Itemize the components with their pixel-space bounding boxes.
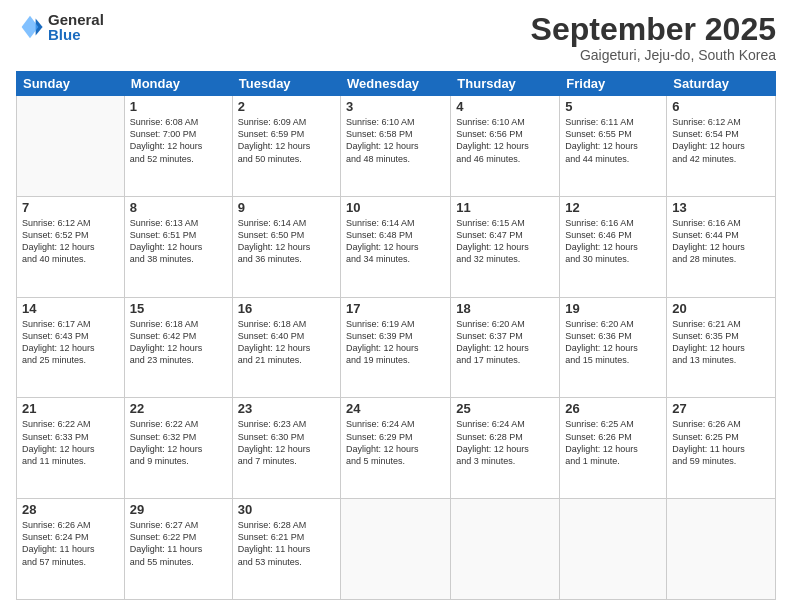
day-number: 25 [456,401,554,416]
calendar-cell: 11Sunrise: 6:15 AM Sunset: 6:47 PM Dayli… [451,196,560,297]
calendar-cell: 17Sunrise: 6:19 AM Sunset: 6:39 PM Dayli… [341,297,451,398]
day-number: 24 [346,401,445,416]
cell-info: Sunrise: 6:24 AM Sunset: 6:29 PM Dayligh… [346,418,445,467]
subtitle: Gaigeturi, Jeju-do, South Korea [531,47,776,63]
header: General Blue September 2025 Gaigeturi, J… [16,12,776,63]
logo-text: General Blue [48,12,104,42]
day-number: 8 [130,200,227,215]
calendar-cell: 9Sunrise: 6:14 AM Sunset: 6:50 PM Daylig… [232,196,340,297]
day-number: 7 [22,200,119,215]
calendar-cell: 21Sunrise: 6:22 AM Sunset: 6:33 PM Dayli… [17,398,125,499]
day-number: 10 [346,200,445,215]
cell-info: Sunrise: 6:10 AM Sunset: 6:56 PM Dayligh… [456,116,554,165]
cell-info: Sunrise: 6:09 AM Sunset: 6:59 PM Dayligh… [238,116,335,165]
calendar-cell [17,96,125,197]
calendar-cell: 28Sunrise: 6:26 AM Sunset: 6:24 PM Dayli… [17,499,125,600]
calendar-cell: 18Sunrise: 6:20 AM Sunset: 6:37 PM Dayli… [451,297,560,398]
calendar-week-2: 7Sunrise: 6:12 AM Sunset: 6:52 PM Daylig… [17,196,776,297]
calendar-header-wednesday: Wednesday [341,72,451,96]
day-number: 22 [130,401,227,416]
cell-info: Sunrise: 6:23 AM Sunset: 6:30 PM Dayligh… [238,418,335,467]
day-number: 29 [130,502,227,517]
cell-info: Sunrise: 6:10 AM Sunset: 6:58 PM Dayligh… [346,116,445,165]
page: General Blue September 2025 Gaigeturi, J… [0,0,792,612]
day-number: 15 [130,301,227,316]
calendar-cell: 15Sunrise: 6:18 AM Sunset: 6:42 PM Dayli… [124,297,232,398]
logo-general: General [48,12,104,27]
calendar-cell: 1Sunrise: 6:08 AM Sunset: 7:00 PM Daylig… [124,96,232,197]
day-number: 20 [672,301,770,316]
calendar-header-tuesday: Tuesday [232,72,340,96]
day-number: 11 [456,200,554,215]
calendar-cell: 3Sunrise: 6:10 AM Sunset: 6:58 PM Daylig… [341,96,451,197]
logo: General Blue [16,12,104,42]
calendar-header-friday: Friday [560,72,667,96]
day-number: 6 [672,99,770,114]
calendar-week-5: 28Sunrise: 6:26 AM Sunset: 6:24 PM Dayli… [17,499,776,600]
day-number: 14 [22,301,119,316]
day-number: 1 [130,99,227,114]
calendar-cell: 5Sunrise: 6:11 AM Sunset: 6:55 PM Daylig… [560,96,667,197]
calendar-week-1: 1Sunrise: 6:08 AM Sunset: 7:00 PM Daylig… [17,96,776,197]
calendar-week-3: 14Sunrise: 6:17 AM Sunset: 6:43 PM Dayli… [17,297,776,398]
day-number: 9 [238,200,335,215]
calendar-header-sunday: Sunday [17,72,125,96]
calendar-cell: 14Sunrise: 6:17 AM Sunset: 6:43 PM Dayli… [17,297,125,398]
calendar-cell: 22Sunrise: 6:22 AM Sunset: 6:32 PM Dayli… [124,398,232,499]
cell-info: Sunrise: 6:13 AM Sunset: 6:51 PM Dayligh… [130,217,227,266]
cell-info: Sunrise: 6:21 AM Sunset: 6:35 PM Dayligh… [672,318,770,367]
calendar-week-4: 21Sunrise: 6:22 AM Sunset: 6:33 PM Dayli… [17,398,776,499]
cell-info: Sunrise: 6:26 AM Sunset: 6:25 PM Dayligh… [672,418,770,467]
cell-info: Sunrise: 6:17 AM Sunset: 6:43 PM Dayligh… [22,318,119,367]
cell-info: Sunrise: 6:14 AM Sunset: 6:50 PM Dayligh… [238,217,335,266]
calendar-cell: 19Sunrise: 6:20 AM Sunset: 6:36 PM Dayli… [560,297,667,398]
calendar-header-row: SundayMondayTuesdayWednesdayThursdayFrid… [17,72,776,96]
day-number: 19 [565,301,661,316]
cell-info: Sunrise: 6:20 AM Sunset: 6:36 PM Dayligh… [565,318,661,367]
cell-info: Sunrise: 6:16 AM Sunset: 6:46 PM Dayligh… [565,217,661,266]
cell-info: Sunrise: 6:19 AM Sunset: 6:39 PM Dayligh… [346,318,445,367]
day-number: 12 [565,200,661,215]
title-section: September 2025 Gaigeturi, Jeju-do, South… [531,12,776,63]
day-number: 3 [346,99,445,114]
calendar-cell: 10Sunrise: 6:14 AM Sunset: 6:48 PM Dayli… [341,196,451,297]
calendar-cell: 30Sunrise: 6:28 AM Sunset: 6:21 PM Dayli… [232,499,340,600]
logo-icon [16,13,44,41]
calendar-cell: 29Sunrise: 6:27 AM Sunset: 6:22 PM Dayli… [124,499,232,600]
day-number: 16 [238,301,335,316]
cell-info: Sunrise: 6:16 AM Sunset: 6:44 PM Dayligh… [672,217,770,266]
calendar-cell: 26Sunrise: 6:25 AM Sunset: 6:26 PM Dayli… [560,398,667,499]
calendar-cell: 16Sunrise: 6:18 AM Sunset: 6:40 PM Dayli… [232,297,340,398]
calendar-header-saturday: Saturday [667,72,776,96]
cell-info: Sunrise: 6:12 AM Sunset: 6:54 PM Dayligh… [672,116,770,165]
calendar-cell: 7Sunrise: 6:12 AM Sunset: 6:52 PM Daylig… [17,196,125,297]
calendar-cell: 13Sunrise: 6:16 AM Sunset: 6:44 PM Dayli… [667,196,776,297]
cell-info: Sunrise: 6:28 AM Sunset: 6:21 PM Dayligh… [238,519,335,568]
calendar-cell: 24Sunrise: 6:24 AM Sunset: 6:29 PM Dayli… [341,398,451,499]
day-number: 5 [565,99,661,114]
calendar-cell: 6Sunrise: 6:12 AM Sunset: 6:54 PM Daylig… [667,96,776,197]
cell-info: Sunrise: 6:11 AM Sunset: 6:55 PM Dayligh… [565,116,661,165]
day-number: 18 [456,301,554,316]
calendar-cell: 23Sunrise: 6:23 AM Sunset: 6:30 PM Dayli… [232,398,340,499]
day-number: 30 [238,502,335,517]
cell-info: Sunrise: 6:27 AM Sunset: 6:22 PM Dayligh… [130,519,227,568]
day-number: 17 [346,301,445,316]
day-number: 26 [565,401,661,416]
calendar-body: 1Sunrise: 6:08 AM Sunset: 7:00 PM Daylig… [17,96,776,600]
day-number: 21 [22,401,119,416]
calendar-cell: 4Sunrise: 6:10 AM Sunset: 6:56 PM Daylig… [451,96,560,197]
day-number: 27 [672,401,770,416]
cell-info: Sunrise: 6:18 AM Sunset: 6:42 PM Dayligh… [130,318,227,367]
calendar-cell [667,499,776,600]
calendar-header-thursday: Thursday [451,72,560,96]
cell-info: Sunrise: 6:12 AM Sunset: 6:52 PM Dayligh… [22,217,119,266]
calendar-cell [560,499,667,600]
calendar-cell: 20Sunrise: 6:21 AM Sunset: 6:35 PM Dayli… [667,297,776,398]
calendar-cell: 2Sunrise: 6:09 AM Sunset: 6:59 PM Daylig… [232,96,340,197]
calendar-table: SundayMondayTuesdayWednesdayThursdayFrid… [16,71,776,600]
cell-info: Sunrise: 6:26 AM Sunset: 6:24 PM Dayligh… [22,519,119,568]
logo-blue: Blue [48,27,104,42]
day-number: 4 [456,99,554,114]
month-title: September 2025 [531,12,776,47]
